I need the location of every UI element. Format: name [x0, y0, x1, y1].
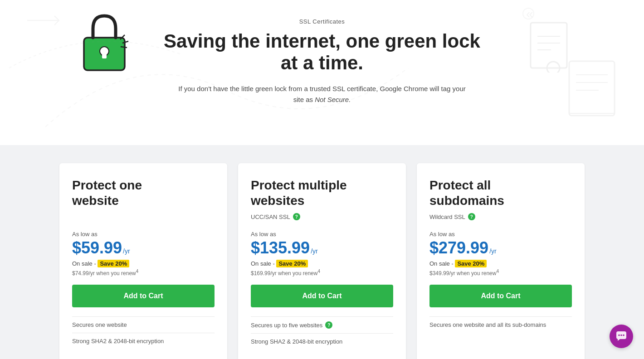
renew-note-3: $349.99/yr when you renew4: [429, 269, 572, 277]
price-row-1: $59.99 /yr: [72, 238, 215, 257]
sale-text-1: On sale -: [72, 260, 96, 267]
card-badge-row-1: [72, 212, 215, 222]
chat-icon: [615, 330, 627, 342]
feature-item-2-1: Secures up to five websites ?: [251, 316, 393, 333]
renew-note-2: $169.99/yr when you renew4: [251, 269, 393, 277]
as-low-as-1: As low as: [72, 231, 215, 238]
as-low-as-2: As low as: [251, 231, 393, 238]
price-amount-1: $59.99: [72, 238, 122, 257]
card-title-protect-subdomains: Protect allsubdomains: [429, 178, 572, 208]
add-to-cart-button-3[interactable]: Add to Cart: [429, 285, 572, 307]
feature-item-2-2: Strong SHA2 & 2048-bit encryption: [251, 333, 393, 349]
price-row-2: $135.99 /yr: [251, 238, 393, 257]
card-badge-row-3: Wildcard SSL ?: [429, 212, 572, 222]
price-amount-2: $135.99: [251, 238, 310, 257]
save-badge-1: Save 20%: [98, 260, 129, 267]
price-amount-3: $279.99: [429, 238, 488, 257]
svg-rect-12: [569, 61, 615, 116]
card-badge-label-3: Wildcard SSL: [429, 213, 465, 220]
pricing-card-protect-multiple: Protect multiplewebsites UCC/SAN SSL ? A…: [238, 163, 406, 359]
price-period-2: /yr: [311, 247, 318, 255]
feature-item-1-2: Strong SHA2 & 2048-bit encryption: [72, 333, 215, 349]
feature-list-3: Secures one website and all its sub-doma…: [429, 316, 572, 333]
help-icon-2[interactable]: ?: [293, 213, 300, 220]
hero-section: « SSL Certificates Saving the internet, …: [0, 0, 644, 145]
svg-point-20: [618, 335, 620, 336]
deco-scroll-icon: [567, 54, 617, 122]
sale-text-2: On sale -: [251, 260, 275, 267]
pricing-card-protect-one: Protect onewebsite As low as $59.99 /yr …: [59, 163, 227, 359]
help-icon-3[interactable]: ?: [468, 213, 475, 220]
svg-point-22: [623, 335, 624, 336]
card-title-protect-multiple: Protect multiplewebsites: [251, 178, 393, 208]
svg-point-21: [620, 335, 622, 336]
feature-item-3-1: Secures one website and all its sub-doma…: [429, 316, 572, 333]
svg-point-11: [547, 62, 560, 73]
svg-point-18: [523, 8, 534, 19]
hero-description: If you don't have the little green lock …: [177, 83, 467, 105]
sale-text-3: On sale -: [429, 260, 454, 267]
hero-desc-italic: Not Secure.: [315, 96, 351, 103]
deco-arrow-left: [27, 14, 63, 27]
save-badge-3: Save 20%: [455, 260, 487, 267]
price-period-1: /yr: [123, 247, 130, 255]
svg-rect-7: [531, 23, 567, 68]
sale-row-3: On sale - Save 20%: [429, 260, 572, 267]
price-row-3: $279.99 /yr: [429, 238, 572, 257]
renew-note-1: $74.99/yr when you renew4: [72, 269, 215, 277]
price-period-3: /yr: [489, 247, 497, 255]
sale-row-1: On sale - Save 20%: [72, 260, 215, 267]
deco-document-icon: [526, 18, 571, 73]
as-low-as-3: As low as: [429, 231, 572, 238]
pricing-section: Protect onewebsite As low as $59.99 /yr …: [0, 145, 644, 359]
hero-title: Saving the internet, one green lock at a…: [163, 30, 481, 74]
add-to-cart-button-1[interactable]: Add to Cart: [72, 285, 215, 307]
sale-row-2: On sale - Save 20%: [251, 260, 393, 267]
save-badge-2: Save 20%: [276, 260, 308, 267]
lock-hero-icon: [77, 11, 132, 75]
card-badge-row-2: UCC/SAN SSL ?: [251, 212, 393, 222]
chat-widget[interactable]: [610, 325, 633, 348]
card-title-protect-one: Protect onewebsite: [72, 178, 215, 208]
card-badge-label-2: UCC/SAN SSL: [251, 213, 290, 220]
feature-list-1: Secures one website Strong SHA2 & 2048-b…: [72, 316, 215, 349]
add-to-cart-button-2[interactable]: Add to Cart: [251, 285, 393, 307]
feature-item-1-1: Secures one website: [72, 316, 215, 333]
pricing-card-protect-subdomains: Protect allsubdomains Wildcard SSL ? As …: [417, 163, 585, 359]
help-icon-feature-2[interactable]: ?: [325, 321, 332, 329]
svg-rect-3: [102, 51, 107, 58]
feature-list-2: Secures up to five websites ? Strong SHA…: [251, 316, 393, 349]
deco-circle: [522, 7, 535, 20]
